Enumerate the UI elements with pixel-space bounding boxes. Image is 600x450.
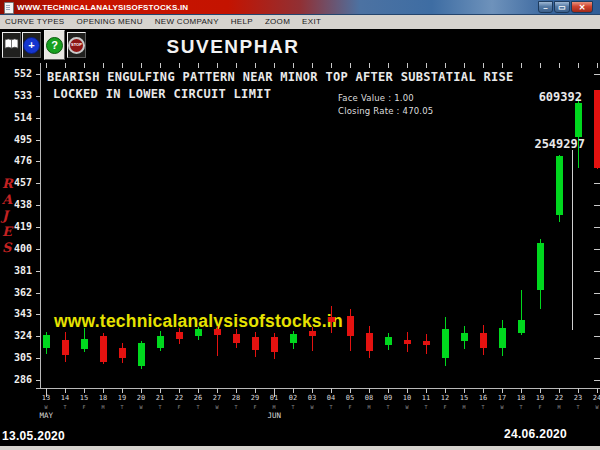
book-button[interactable]: [2, 32, 21, 58]
menu-item-new-company[interactable]: NEW COMPANY: [155, 17, 219, 26]
x-tick-top: [312, 63, 313, 68]
y-axis-label: 533: [4, 90, 32, 101]
x-axis-weekday: T: [323, 404, 339, 410]
x-axis-date: 10: [399, 394, 415, 402]
menu-item-opening-menu[interactable]: OPENING MENU: [76, 17, 142, 26]
x-axis-date: 11: [418, 394, 434, 402]
x-axis-date: 26: [190, 394, 206, 402]
y-tick-left: [36, 205, 40, 206]
y-tick-right: [594, 227, 600, 228]
add-button[interactable]: +: [22, 32, 41, 58]
help-icon: ?: [46, 37, 63, 54]
x-axis-weekday: T: [190, 404, 206, 410]
x-axis-date: 20: [133, 394, 149, 402]
x-tick-bottom: [141, 388, 142, 393]
x-tick-bottom: [597, 388, 598, 393]
x-axis-weekday: T: [513, 404, 529, 410]
candle-up: [575, 103, 582, 138]
x-tick-top: [540, 63, 541, 68]
stop-button[interactable]: STOP: [67, 32, 86, 58]
candle-down: [271, 337, 278, 352]
x-axis-weekday: T: [418, 404, 434, 410]
y-axis-label: 457: [4, 177, 32, 188]
candle-down: [480, 333, 487, 348]
x-tick-bottom: [388, 388, 389, 393]
x-tick-bottom: [198, 388, 199, 393]
x-axis-date: 09: [380, 394, 396, 402]
x-axis-weekday: T: [285, 404, 301, 410]
y-tick-left: [36, 336, 40, 337]
candle-up: [157, 336, 164, 348]
x-axis-date: 15: [76, 394, 92, 402]
x-tick-top: [198, 63, 199, 68]
title-bar[interactable]: WWW.TECHNICALANALYSISOFSTOCKS.IN – ▭ ✕: [0, 0, 600, 15]
x-tick-top: [103, 63, 104, 68]
menu-item-zoom[interactable]: ZOOM: [265, 17, 290, 26]
x-axis-date: 16: [475, 394, 491, 402]
x-axis-weekday: T: [228, 404, 244, 410]
x-axis-date: 04: [323, 394, 339, 402]
x-axis-date: 05: [342, 394, 358, 402]
x-axis-date: 01: [266, 394, 282, 402]
x-tick-top: [502, 63, 503, 68]
minimize-button[interactable]: –: [538, 1, 553, 13]
y-axis-label: 305: [4, 352, 32, 363]
x-axis-date: 18: [513, 394, 529, 402]
x-axis-weekday: T: [475, 404, 491, 410]
x-axis-weekday: W: [399, 404, 415, 410]
crosshair-line: [572, 150, 573, 330]
x-axis-date: 08: [361, 394, 377, 402]
candle-down: [214, 329, 221, 335]
x-axis-weekday: W: [209, 404, 225, 410]
menu-item-exit[interactable]: EXIT: [302, 17, 321, 26]
x-axis-weekday: W: [304, 404, 320, 410]
x-tick-top: [388, 63, 389, 68]
add-icon: +: [23, 37, 40, 54]
x-axis-weekday: W: [494, 404, 510, 410]
x-axis-date: 03: [304, 394, 320, 402]
menu-item-help[interactable]: HELP: [231, 17, 253, 26]
y-axis-label: 514: [4, 112, 32, 123]
candle-up: [442, 329, 449, 358]
x-tick-bottom: [65, 388, 66, 393]
close-button[interactable]: ✕: [571, 1, 593, 13]
x-axis-weekday: F: [532, 404, 548, 410]
candle-up: [43, 335, 50, 348]
x-axis-weekday: W: [133, 404, 149, 410]
x-tick-bottom: [445, 388, 446, 393]
x-tick-bottom: [350, 388, 351, 393]
x-tick-bottom: [464, 388, 465, 393]
x-tick-bottom: [236, 388, 237, 393]
y-tick-right: [594, 380, 600, 381]
company-title: SUVENPHAR: [130, 36, 336, 58]
y-tick-left: [36, 183, 40, 184]
x-tick-bottom: [160, 388, 161, 393]
x-tick-bottom: [122, 388, 123, 393]
y-tick-left: [36, 293, 40, 294]
y-tick-left: [36, 314, 40, 315]
x-tick-top: [521, 63, 522, 68]
candle-up: [385, 337, 392, 345]
x-axis-date: 22: [551, 394, 567, 402]
volume-label: 2549297: [534, 137, 585, 151]
help-button[interactable]: ?: [44, 30, 65, 60]
x-axis-weekday: F: [247, 404, 263, 410]
menu-item-curve-types[interactable]: CURVE TYPES: [5, 17, 64, 26]
x-axis-weekday: W: [38, 404, 54, 410]
candle-down: [309, 331, 316, 337]
x-axis-date: 19: [532, 394, 548, 402]
x-tick-top: [122, 63, 123, 68]
y-axis-line: [40, 63, 41, 389]
x-tick-bottom: [578, 388, 579, 393]
x-tick-bottom: [407, 388, 408, 393]
candle-down: [347, 316, 354, 337]
y-axis-label: 400: [4, 243, 32, 254]
maximize-button[interactable]: ▭: [554, 1, 570, 13]
x-axis-weekday: T: [380, 404, 396, 410]
y-tick-right: [594, 271, 600, 272]
candle-down: [404, 340, 411, 345]
footer-start-date: 13.05.2020: [2, 429, 65, 443]
x-tick-top: [407, 63, 408, 68]
x-tick-top: [46, 63, 47, 68]
y-axis-label: 324: [4, 330, 32, 341]
